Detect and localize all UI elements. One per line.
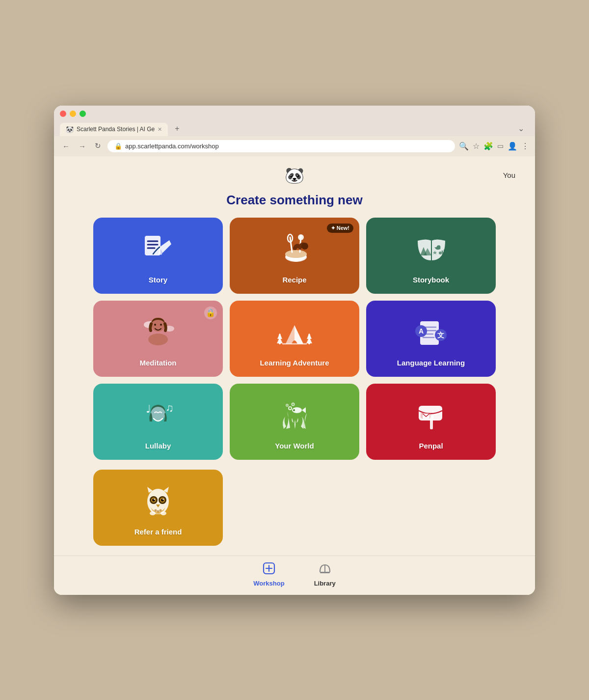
nav-item-workshop[interactable]: Workshop <box>253 562 284 587</box>
profile-icon[interactable]: 👤 <box>508 141 517 151</box>
grid-item-penpal[interactable]: Penpal <box>366 384 496 460</box>
refer-row: Refer a friend <box>54 470 535 556</box>
svg-point-52 <box>155 509 157 511</box>
search-icon[interactable]: 🔍 <box>459 141 469 151</box>
split-icon[interactable]: ▭ <box>497 142 504 150</box>
language-learning-label: Language Learning <box>397 359 465 367</box>
nav-item-library[interactable]: Library <box>314 562 336 587</box>
camping-icon <box>275 316 314 355</box>
workshop-label: Workshop <box>253 580 284 587</box>
svg-point-11 <box>439 252 442 254</box>
svg-point-35 <box>286 404 288 406</box>
svg-text:文: 文 <box>437 331 444 339</box>
meditation-label: Meditation <box>140 359 177 367</box>
extensions-icon[interactable]: 🧩 <box>483 141 493 151</box>
penpal-label: Penpal <box>419 442 443 450</box>
grid-item-story[interactable]: Story <box>93 218 223 294</box>
grid-item-meditation[interactable]: 🔒 <box>93 301 223 377</box>
tab-favicon: 🐼 <box>66 126 74 133</box>
svg-point-33 <box>289 407 292 410</box>
nav-bar: ← → ↻ 🔒 app.scarlettpanda.com/workshop 🔍… <box>54 136 535 156</box>
refer-friend-label: Refer a friend <box>134 528 182 536</box>
active-tab[interactable]: 🐼 Scarlett Panda Stories | AI Ge ✕ <box>60 123 168 136</box>
svg-text:♩: ♩ <box>146 403 151 415</box>
svg-rect-0 <box>145 236 161 255</box>
minimize-button[interactable] <box>70 111 76 117</box>
close-button[interactable] <box>60 111 66 117</box>
grid-item-learning-adventure[interactable]: Learning Adventure <box>230 301 359 377</box>
svg-point-17 <box>148 334 168 345</box>
maximize-button[interactable] <box>80 111 86 117</box>
svg-text:A: A <box>419 327 424 335</box>
lullaby-icon: ♩ ♫ <box>140 398 177 438</box>
bookmark-icon[interactable]: ☆ <box>473 141 480 151</box>
address-bar[interactable]: 🔒 app.scarlettpanda.com/workshop <box>107 140 455 152</box>
grid-item-refer-friend[interactable]: Refer a friend <box>93 470 223 546</box>
meditation-icon <box>141 314 175 355</box>
svg-point-34 <box>292 403 294 405</box>
penpal-icon <box>413 397 450 438</box>
new-badge: ✦ New! <box>327 224 353 233</box>
recipe-icon <box>276 233 313 272</box>
workshop-icon <box>263 562 275 578</box>
grid-item-language-learning[interactable]: A 文 Language Learning <box>366 301 496 377</box>
svg-point-48 <box>154 499 155 500</box>
svg-text:♫: ♫ <box>165 402 174 414</box>
language-icon: A 文 <box>411 316 451 355</box>
traffic-lights <box>60 111 529 117</box>
svg-point-16 <box>160 324 162 326</box>
tab-bar: 🐼 Scarlett Panda Stories | AI Ge ✕ + ⌄ <box>60 121 529 136</box>
user-link[interactable]: You <box>503 171 515 179</box>
lullaby-label: Lullaby <box>145 442 171 450</box>
world-icon <box>276 399 313 438</box>
browser-window: 🐼 Scarlett Panda Stories | AI Ge ✕ + ⌄ ←… <box>54 106 535 595</box>
svg-point-49 <box>162 499 163 500</box>
page-title: Create something new <box>54 193 535 208</box>
tabs-more-button[interactable]: ⌄ <box>513 121 529 136</box>
svg-point-32 <box>293 409 295 411</box>
svg-point-54 <box>160 509 162 511</box>
svg-point-50 <box>150 511 156 515</box>
storybook-label: Storybook <box>413 276 449 284</box>
grid-placeholder-1 <box>230 470 359 546</box>
grid-item-storybook[interactable]: Storybook <box>366 218 496 294</box>
page-header: 🐼 You <box>54 166 535 190</box>
url-text: app.scarlettpanda.com/workshop <box>125 142 219 150</box>
tab-close-icon[interactable]: ✕ <box>158 126 162 133</box>
svg-point-53 <box>157 510 160 512</box>
svg-point-9 <box>298 234 304 240</box>
back-button[interactable]: ← <box>60 140 72 152</box>
lock-icon: 🔒 <box>204 307 217 319</box>
svg-point-51 <box>161 511 166 515</box>
recipe-label: Recipe <box>282 276 306 284</box>
svg-point-10 <box>301 243 308 250</box>
tab-title: Scarlett Panda Stories | AI Ge <box>77 126 155 133</box>
svg-line-6 <box>290 237 292 252</box>
browser-nav-icons: 🔍 ☆ 🧩 ▭ 👤 ⋮ <box>459 141 529 151</box>
refer-icon <box>141 483 175 524</box>
page-content: 🐼 You Create something new <box>54 156 535 595</box>
grid-item-recipe[interactable]: ✦ New! <box>230 218 359 294</box>
library-icon <box>319 562 331 578</box>
forward-button[interactable]: → <box>76 140 88 152</box>
grid-placeholder-2 <box>366 470 496 546</box>
new-tab-button[interactable]: + <box>170 121 184 136</box>
panda-logo: 🐼 <box>221 166 368 185</box>
svg-point-15 <box>154 324 156 326</box>
storybook-icon <box>413 233 450 272</box>
grid-container: Story ✦ New! <box>54 218 535 470</box>
grid-item-your-world[interactable]: Your World <box>230 384 359 460</box>
your-world-label: Your World <box>275 442 314 450</box>
browser-chrome: 🐼 Scarlett Panda Stories | AI Ge ✕ + ⌄ <box>54 106 535 136</box>
svg-rect-59 <box>320 572 330 573</box>
learning-adventure-label: Learning Adventure <box>260 359 329 367</box>
story-icon <box>141 233 175 272</box>
library-label: Library <box>314 580 336 587</box>
reload-button[interactable]: ↻ <box>92 140 104 152</box>
svg-point-5 <box>285 250 307 258</box>
grid-item-lullaby[interactable]: ♩ ♫ <box>93 384 223 460</box>
story-label: Story <box>149 276 167 284</box>
menu-icon[interactable]: ⋮ <box>521 141 529 151</box>
bottom-nav: Workshop Library <box>54 556 535 595</box>
